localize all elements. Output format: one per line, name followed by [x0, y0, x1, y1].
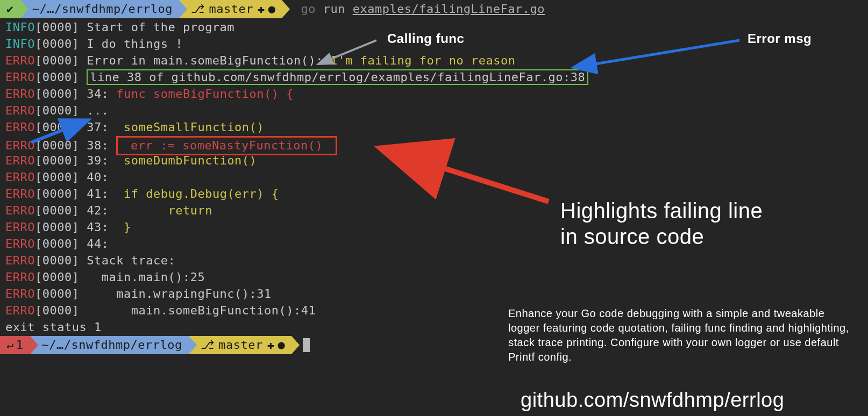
log-timestamp: [0000]	[35, 37, 87, 51]
line-number: 44:	[87, 237, 109, 250]
line-number: 34:	[87, 87, 109, 101]
code-fragment: func someBigFunction() {	[109, 87, 294, 101]
log-text: Start of the program	[87, 20, 234, 34]
path-segment: ~/…/snwfdhmp/errlog	[30, 336, 189, 354]
log-level: ERRO	[5, 287, 35, 300]
prompt-path: ~/…/snwfdhmp/errlog	[32, 1, 173, 17]
log-timestamp: [0000]	[35, 120, 87, 134]
source-location-box: line 38 of github.com/snwfdhmp/errlog/ex…	[87, 69, 588, 85]
log-line: ERRO[0000] Stack trace:	[5, 253, 863, 269]
chevron-right-icon	[291, 336, 300, 354]
log-level: ERRO	[5, 187, 35, 200]
line-number: 41:	[87, 187, 109, 200]
annotation-failing-line: Highlights failing line in source code	[560, 198, 851, 249]
log-level: ERRO	[5, 104, 35, 117]
top-prompt-bar: ✔ ~/…/snwfdhmp/errlog ⎇ master ✚ ● go ru…	[0, 0, 868, 18]
log-line: ERRO[0000] 38: err := someNastyFunction(…	[5, 136, 863, 153]
chevron-right-icon	[179, 0, 187, 18]
git-branch-name: master	[209, 1, 253, 17]
log-timestamp: [0000]	[35, 87, 87, 101]
log-level: INFO	[5, 37, 35, 51]
log-text: main.someBigFunction():41	[87, 304, 316, 317]
code-fragment: someDumbFunction()	[109, 154, 257, 167]
chevron-right-icon	[282, 0, 290, 18]
log-level: ERRO	[5, 237, 35, 250]
line-number: 38:	[87, 139, 116, 152]
line-number: 42:	[87, 204, 109, 217]
log-timestamp: [0000]	[35, 70, 87, 84]
cmd-run: run	[323, 2, 345, 16]
line-number: 43:	[87, 220, 109, 234]
code-fragment: return	[109, 204, 212, 217]
line-number: 37:	[87, 120, 109, 134]
annotation-calling-func: Calling func	[387, 30, 464, 47]
plus-icon: ✚	[267, 337, 275, 353]
cursor[interactable]	[303, 338, 310, 352]
log-text: main.wrapingFunc():31	[87, 287, 272, 300]
log-level: ERRO	[5, 270, 35, 284]
log-line: ERRO[0000] 40:	[5, 169, 863, 186]
return-code: 1	[16, 337, 24, 353]
dot-icon: ●	[278, 337, 285, 353]
git-branch-icon: ⎇	[201, 337, 215, 353]
log-timestamp: [0000]	[35, 254, 87, 267]
log-timestamp: [0000]	[35, 237, 87, 250]
log-level: ERRO	[5, 204, 35, 217]
log-level: ERRO	[5, 154, 35, 167]
log-timestamp: [0000]	[35, 154, 87, 167]
log-line: ERRO[0000] ...	[5, 103, 863, 119]
log-text: ...	[87, 104, 109, 117]
log-level: ERRO	[5, 170, 35, 184]
log-timestamp: [0000]	[35, 104, 87, 117]
code-fragment: }	[109, 220, 131, 234]
log-level: ERRO	[5, 120, 35, 134]
log-timestamp: [0000]	[35, 304, 87, 317]
log-line: ERRO[0000] 37: someSmallFunction()	[5, 119, 863, 136]
log-text: main.main():25	[87, 270, 205, 284]
log-level: INFO	[5, 20, 35, 34]
log-line: ERRO[0000] 34: func someBigFunction() {	[5, 86, 863, 103]
annotation-blurb: Enhance your Go code debugging with a si…	[508, 306, 858, 364]
check-icon: ✔	[6, 1, 14, 17]
log-level: ERRO	[5, 70, 35, 84]
log-level: ERRO	[5, 87, 35, 101]
log-line: ERRO[0000] 39: someDumbFunction()	[5, 153, 863, 169]
chevron-right-icon	[20, 0, 29, 18]
terminal-output: INFO[0000] Start of the programINFO[0000…	[0, 18, 868, 319]
cmd-go: go	[301, 2, 316, 16]
log-timestamp: [0000]	[35, 54, 87, 67]
chevron-right-icon	[189, 336, 197, 354]
plus-icon: ✚	[258, 1, 265, 17]
git-branch-icon: ⎇	[191, 1, 205, 17]
annotation-failing-line-1: Highlights failing line	[560, 198, 851, 224]
log-level: ERRO	[5, 254, 35, 267]
log-timestamp: [0000]	[35, 20, 87, 34]
path-segment: ~/…/snwfdhmp/errlog	[20, 0, 179, 18]
code-fragment: someSmallFunction()	[109, 120, 264, 134]
return-code-segment: ↵ 1	[0, 336, 30, 354]
annotation-failing-line-2: in source code	[560, 224, 851, 249]
line-number: 39:	[87, 154, 109, 167]
annotation-error-msg: Error msg	[748, 30, 812, 47]
log-level: ERRO	[5, 304, 35, 317]
log-level: ERRO	[5, 139, 35, 152]
git-segment: ⎇ master ✚ ●	[179, 0, 282, 18]
command-input[interactable]: go run examples/failingLineFar.go	[290, 1, 545, 17]
log-level: ERRO	[5, 54, 35, 67]
chevron-right-icon	[30, 336, 38, 354]
prompt-path: ~/…/snwfdhmp/errlog	[42, 337, 182, 353]
log-line: ERRO[0000] main.main():25	[5, 269, 863, 286]
log-line: ERRO[0000] main.wrapingFunc():31	[5, 286, 863, 303]
dot-icon: ●	[268, 1, 276, 17]
log-text: Error in main.someBigFunction():	[87, 54, 331, 67]
return-icon: ↵	[6, 337, 14, 353]
log-timestamp: [0000]	[35, 170, 87, 184]
log-text: I do things !	[87, 37, 183, 51]
git-branch-name: master	[218, 337, 262, 353]
log-timestamp: [0000]	[35, 204, 87, 217]
log-line: ERRO[0000] line 38 of github.com/snwfdhm…	[5, 69, 863, 86]
log-timestamp: [0000]	[35, 139, 87, 152]
log-timestamp: [0000]	[35, 220, 87, 234]
log-level: ERRO	[5, 220, 35, 234]
line-number: 40:	[87, 170, 109, 184]
